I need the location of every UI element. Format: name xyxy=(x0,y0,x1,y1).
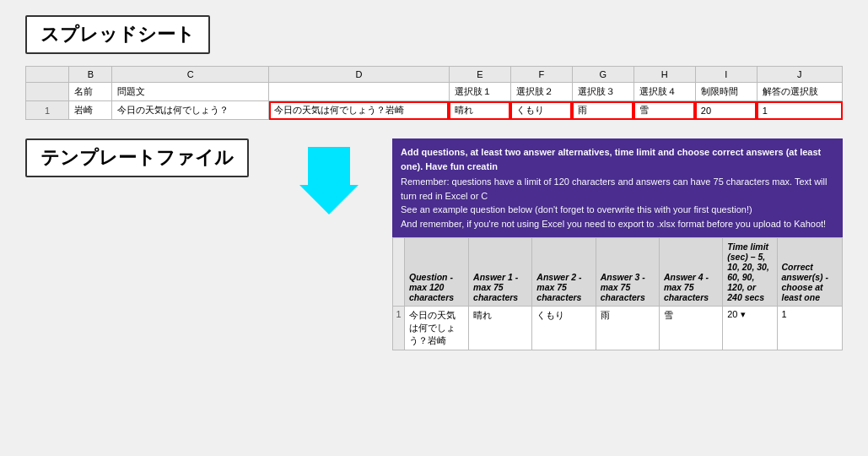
main-container: スプレッドシート B C D E F G H I J 名前 xyxy=(0,0,868,359)
template-cell-timelimit: 20 ▾ xyxy=(723,307,777,350)
template-col-answer3: Answer 3 - max 75 characters xyxy=(596,238,659,307)
dropdown-icon[interactable]: ▾ xyxy=(741,309,746,319)
col-header-empty xyxy=(26,67,69,83)
header-d xyxy=(269,83,450,101)
info-line2: Remember: questions have a limit of 120 … xyxy=(401,175,834,203)
info-box: Add questions, at least two answer alter… xyxy=(392,138,843,237)
template-cell-answer3: 雨 xyxy=(596,307,659,350)
template-cell-answer1: 晴れ xyxy=(469,307,532,350)
template-header-row: Question - max 120 characters Answer 1 -… xyxy=(393,238,843,307)
header-h: 選択肢４ xyxy=(633,83,695,101)
cell-c1: 今日の天気は何でしょう？ xyxy=(112,101,269,120)
arrow-down-icon xyxy=(299,147,359,217)
col-header-i: I xyxy=(695,67,757,83)
header-row-num xyxy=(26,83,69,101)
cell-j1: 1 xyxy=(757,101,842,120)
left-col: テンプレートファイル xyxy=(25,127,249,177)
header-c: 問題文 xyxy=(112,83,269,101)
cell-e1: 晴れ xyxy=(449,101,510,120)
cell-b1: 岩崎 xyxy=(69,101,112,120)
spreadsheet-header-row: 名前 問題文 選択肢１ 選択肢２ 選択肢３ 選択肢４ 制限時間 解答の選択肢 xyxy=(26,83,843,101)
info-line4: And remember, if you're not using Excel … xyxy=(401,217,834,231)
col-header-c: C xyxy=(112,67,269,83)
template-data-row: 1 今日の天気は何でしょう？岩崎 晴れ くもり 雨 雪 20 ▾ 1 xyxy=(393,307,843,350)
cell-i1: 20 xyxy=(695,101,757,120)
header-e: 選択肢１ xyxy=(449,83,510,101)
header-j: 解答の選択肢 xyxy=(757,83,842,101)
header-g: 選択肢３ xyxy=(572,83,633,101)
col-header-h: H xyxy=(633,67,695,83)
col-header-f: F xyxy=(510,67,572,83)
cell-g1: 雨 xyxy=(572,101,633,120)
header-b: 名前 xyxy=(69,83,112,101)
info-line3: See an example question below (don't for… xyxy=(401,203,834,217)
header-i: 制限時間 xyxy=(695,83,757,101)
spreadsheet-col-header-row: B C D E F G H I J xyxy=(26,67,843,83)
cell-d1: 今日の天気は何でしょう？岩崎 xyxy=(269,101,450,120)
template-cell-answer4: 雪 xyxy=(659,307,722,350)
spreadsheet-section: スプレッドシート B C D E F G H I J 名前 xyxy=(25,15,843,120)
header-f: 選択肢２ xyxy=(510,83,572,101)
template-col-timelimit: Time limit (sec) – 5, 10, 20, 30, 60, 90… xyxy=(723,238,777,307)
spreadsheet-data-row: 1 岩崎 今日の天気は何でしょう？ 今日の天気は何でしょう？岩崎 晴れ くもり … xyxy=(26,101,843,120)
arrow-template-section: テンプレートファイル Add questions, at least two a… xyxy=(25,127,843,350)
template-cell-question: 今日の天気は何でしょう？岩崎 xyxy=(405,307,469,350)
template-col-answer1: Answer 1 - max 75 characters xyxy=(469,238,532,307)
col-header-g: G xyxy=(572,67,633,83)
template-section: Add questions, at least two answer alter… xyxy=(392,138,843,350)
spreadsheet-table: B C D E F G H I J 名前 問題文 選択肢１ 選択肢２ xyxy=(25,66,843,120)
row-num-1: 1 xyxy=(26,101,69,120)
template-row-num-1: 1 xyxy=(393,307,405,350)
template-col-correct: Correct answer(s) - choose at least one xyxy=(777,238,842,307)
svg-marker-0 xyxy=(299,147,359,214)
template-cell-answer2: くもり xyxy=(532,307,596,350)
template-header-rownum xyxy=(393,238,405,307)
cell-h1: 雪 xyxy=(633,101,695,120)
info-line1: Add questions, at least two answer alter… xyxy=(401,145,834,173)
template-col-answer2: Answer 2 - max 75 characters xyxy=(532,238,596,307)
template-cell-correct: 1 xyxy=(777,307,842,350)
template-col-answer4: Answer 4 - max 75 characters xyxy=(659,238,722,307)
spreadsheet-label: スプレッドシート xyxy=(25,15,210,54)
col-header-d: D xyxy=(269,67,450,83)
cell-f1: くもり xyxy=(510,101,572,120)
col-header-j: J xyxy=(757,67,842,83)
template-col-question: Question - max 120 characters xyxy=(405,238,469,307)
template-table: Question - max 120 characters Answer 1 -… xyxy=(392,237,843,350)
col-header-b: B xyxy=(69,67,112,83)
template-label: テンプレートファイル xyxy=(25,138,249,177)
col-header-e: E xyxy=(449,67,510,83)
